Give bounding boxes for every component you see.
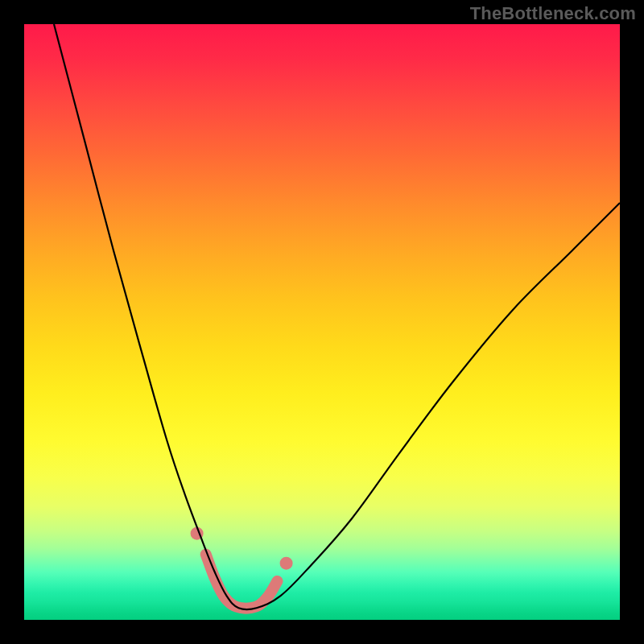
optimal-range-band bbox=[206, 555, 278, 609]
plot-area bbox=[24, 24, 620, 620]
bottleneck-curve bbox=[54, 24, 620, 609]
chart-frame: TheBottleneck.com bbox=[0, 0, 644, 644]
optimal-range-dot-right bbox=[280, 557, 293, 570]
chart-svg bbox=[24, 24, 620, 620]
valley-marker-group bbox=[191, 527, 293, 609]
watermark-text: TheBottleneck.com bbox=[470, 3, 636, 24]
